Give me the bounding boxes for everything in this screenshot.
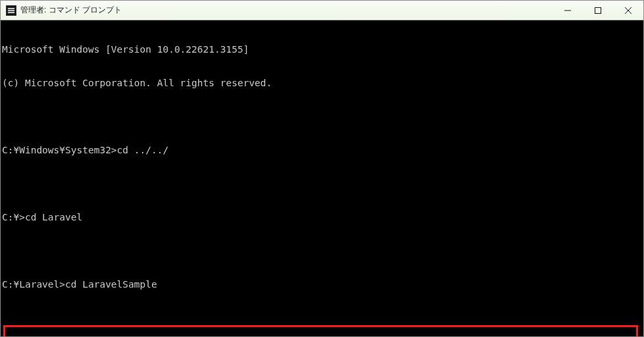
prompt-cmd: cd LaravelSample: [65, 279, 157, 290]
prompt-path: C:¥Laravel>: [2, 279, 65, 290]
prompt-cmd: cd Laravel: [25, 212, 82, 222]
cmd-icon: [6, 5, 16, 16]
version-line: Microsoft Windows [Version 10.0.22621.31…: [2, 44, 643, 55]
terminal-area[interactable]: Microsoft Windows [Version 10.0.22621.31…: [1, 20, 643, 336]
prompt-path: C:¥>: [2, 212, 25, 222]
copyright-line: (c) Microsoft Corporation. All rights re…: [2, 78, 643, 89]
minimize-button[interactable]: [553, 1, 583, 20]
blank-line: [2, 246, 643, 257]
close-button[interactable]: [613, 1, 643, 20]
blank-line: [2, 111, 643, 122]
svg-rect-1: [595, 7, 601, 13]
prompt-line: C:¥Windows¥System32>cd ../../: [2, 145, 643, 156]
highlighted-test-output: C:¥Laravel¥LaravelSample>php artisan tes…: [3, 325, 638, 336]
prompt-line: C:¥Laravel>cd LaravelSample: [2, 279, 643, 290]
cmd-window: 管理者: コマンド プロンプト Microsoft Windows [Versi…: [0, 0, 644, 337]
prompt-path: C:¥Windows¥System32>: [2, 145, 117, 155]
maximize-button[interactable]: [583, 1, 613, 20]
blank-line: [2, 178, 643, 190]
prompt-cmd: cd ../../: [117, 145, 169, 155]
titlebar[interactable]: 管理者: コマンド プロンプト: [1, 1, 643, 20]
window-title: 管理者: コマンド プロンプト: [20, 5, 553, 16]
window-controls: [553, 1, 643, 20]
prompt-line: C:¥>cd Laravel: [2, 212, 643, 223]
